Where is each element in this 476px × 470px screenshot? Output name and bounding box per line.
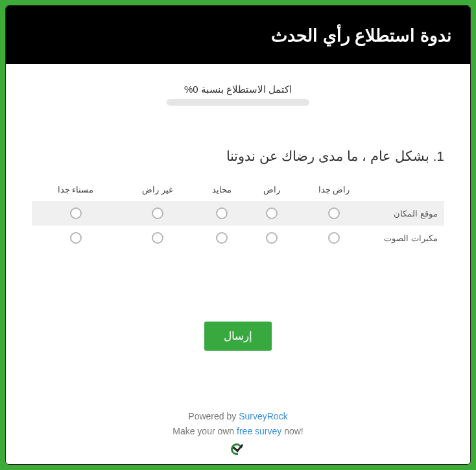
matrix-row: موقع المكان bbox=[32, 201, 444, 226]
radio-option[interactable] bbox=[266, 232, 278, 244]
surveyrock-logo-icon bbox=[231, 442, 245, 456]
radio-option[interactable] bbox=[216, 232, 228, 244]
radio-option[interactable] bbox=[266, 207, 278, 219]
progress-text: اكتمل الاستطلاع بنسبة 0% bbox=[6, 84, 470, 95]
radio-option[interactable] bbox=[152, 232, 163, 244]
matrix-row: مكبرات الصوت bbox=[32, 226, 444, 250]
survey-header: ندوة استطلاع رأي الحدث bbox=[6, 6, 470, 64]
progress-section: اكتمل الاستطلاع بنسبة 0% bbox=[6, 64, 470, 110]
footer: Powered by SurveyRock Make your own free… bbox=[6, 409, 470, 456]
submit-button[interactable]: إرسال bbox=[204, 322, 272, 351]
scale-header: محايد bbox=[196, 178, 248, 201]
question-title: 1. بشكل عام ، ما مدى رضاك عن ندوتنا bbox=[32, 148, 444, 164]
radio-option[interactable] bbox=[70, 207, 82, 219]
footer-make-suffix: now! bbox=[281, 426, 303, 436]
footer-surveyrock-link[interactable]: SurveyRock bbox=[239, 411, 287, 421]
scale-header: راض bbox=[248, 178, 295, 201]
survey-title: ندوة استطلاع رأي الحدث bbox=[24, 25, 452, 46]
radio-option[interactable] bbox=[216, 207, 228, 219]
progress-bar bbox=[167, 99, 309, 106]
radio-option[interactable] bbox=[328, 232, 340, 244]
footer-free-survey-link[interactable]: free survey bbox=[237, 426, 281, 436]
survey-card: ندوة استطلاع رأي الحدث اكتمل الاستطلاع ب… bbox=[5, 5, 471, 465]
question-block: 1. بشكل عام ، ما مدى رضاك عن ندوتنا راض … bbox=[6, 110, 470, 250]
scale-header: غير راض bbox=[119, 178, 196, 201]
radio-option[interactable] bbox=[328, 207, 340, 219]
footer-make-prefix: Make your own bbox=[173, 426, 237, 436]
row-label: موقع المكان bbox=[373, 201, 444, 226]
scale-header: مستاء جدا bbox=[32, 178, 119, 201]
footer-powered-prefix: Powered by bbox=[188, 411, 239, 421]
radio-option[interactable] bbox=[152, 207, 163, 219]
rating-matrix: راض جدا راض محايد غير راض مستاء جدا موقع… bbox=[32, 178, 444, 250]
row-label: مكبرات الصوت bbox=[373, 226, 444, 250]
scale-header: راض جدا bbox=[295, 178, 373, 201]
radio-option[interactable] bbox=[70, 232, 82, 244]
